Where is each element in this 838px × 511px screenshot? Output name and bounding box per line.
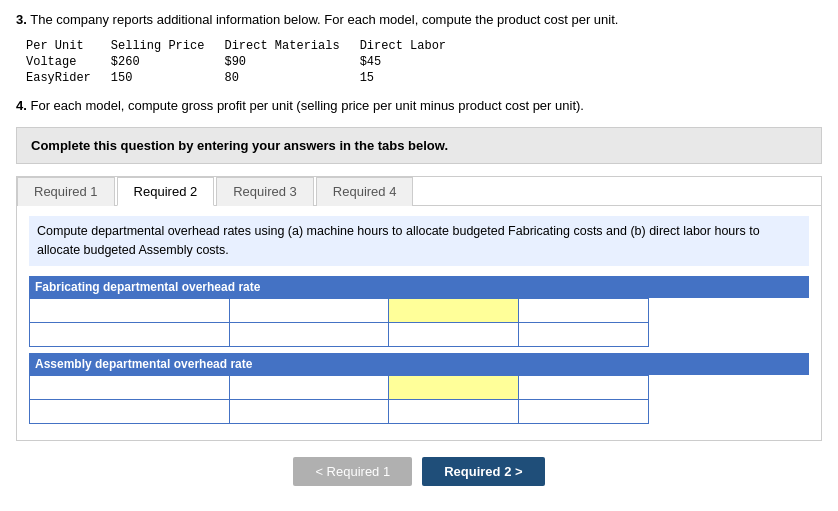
assembly-header: Assembly departmental overhead rate [29, 353, 809, 375]
asm-input-r2c1[interactable] [34, 402, 225, 421]
prev-button[interactable]: < Required 1 [293, 457, 412, 486]
assembly-table [29, 375, 649, 424]
asm-r2-c2[interactable] [229, 399, 389, 423]
fab-r1-c3[interactable] [389, 298, 519, 322]
row-easyrider-label: EasyRider [26, 70, 111, 86]
tab-required2[interactable]: Required 2 [117, 177, 215, 206]
fab-input-r1c2[interactable] [234, 301, 385, 320]
col-header-selling: Selling Price [111, 38, 225, 54]
assembly-section: Assembly departmental overhead rate [29, 353, 809, 424]
fab-r2-c2[interactable] [229, 322, 389, 346]
tab-required1[interactable]: Required 1 [17, 177, 115, 206]
nav-buttons: < Required 1 Required 2 > [16, 457, 822, 496]
question3-text: 3. The company reports additional inform… [16, 10, 822, 30]
q4-body: For each model, compute gross profit per… [30, 98, 583, 113]
asm-input-r1c2[interactable] [234, 378, 385, 397]
asm-input-r2c4[interactable] [523, 402, 644, 421]
q3-body: The company reports additional informati… [30, 12, 618, 27]
row-easyrider-selling: 150 [111, 70, 225, 86]
asm-input-r2c2[interactable] [234, 402, 385, 421]
fabricating-table [29, 298, 649, 347]
fab-input-r1c4[interactable] [523, 301, 644, 320]
col-header-labor: Direct Labor [360, 38, 466, 54]
asm-r1-c1[interactable] [30, 375, 230, 399]
row-voltage-materials: $90 [224, 54, 359, 70]
asm-r1-c2[interactable] [229, 375, 389, 399]
col-header-unit: Per Unit [26, 38, 111, 54]
asm-r2-c3[interactable] [389, 399, 519, 423]
asm-input-r1c3[interactable] [393, 378, 514, 397]
next-button[interactable]: Required 2 > [422, 457, 544, 486]
row-voltage-labor: $45 [360, 54, 466, 70]
question4-text: 4. For each model, compute gross profit … [16, 96, 822, 116]
fabricating-section: Fabricating departmental overhead rate [29, 276, 809, 347]
tab-content: Compute departmental overhead rates usin… [17, 206, 821, 440]
asm-row-1 [30, 375, 649, 399]
fab-r2-c1[interactable] [30, 322, 230, 346]
asm-input-r1c4[interactable] [523, 378, 644, 397]
asm-r2-c1[interactable] [30, 399, 230, 423]
asm-row-2 [30, 399, 649, 423]
asm-r2-c4[interactable] [519, 399, 649, 423]
asm-input-r2c3[interactable] [393, 402, 514, 421]
fab-r2-c4[interactable] [519, 322, 649, 346]
row-easyrider-labor: 15 [360, 70, 466, 86]
q3-number: 3. [16, 12, 27, 27]
asm-r1-c4[interactable] [519, 375, 649, 399]
tab-required4[interactable]: Required 4 [316, 177, 414, 206]
fab-r2-c3[interactable] [389, 322, 519, 346]
row-voltage-selling: $260 [111, 54, 225, 70]
fab-input-r2c1[interactable] [34, 325, 225, 344]
tabs-header: Required 1 Required 2 Required 3 Require… [17, 177, 821, 206]
q4-number: 4. [16, 98, 27, 113]
fab-input-r2c3[interactable] [393, 325, 514, 344]
tabs-container: Required 1 Required 2 Required 3 Require… [16, 176, 822, 441]
fabricating-header: Fabricating departmental overhead rate [29, 276, 809, 298]
fab-r1-c1[interactable] [30, 298, 230, 322]
data-table: Per Unit Selling Price Direct Materials … [26, 38, 822, 86]
instruction-text: Compute departmental overhead rates usin… [29, 216, 809, 266]
fab-row-2 [30, 322, 649, 346]
fab-r1-c4[interactable] [519, 298, 649, 322]
fab-input-r2c2[interactable] [234, 325, 385, 344]
col-header-materials: Direct Materials [224, 38, 359, 54]
tab-required3[interactable]: Required 3 [216, 177, 314, 206]
complete-box-text: Complete this question by entering your … [31, 138, 448, 153]
asm-input-r1c1[interactable] [34, 378, 225, 397]
row-easyrider-materials: 80 [224, 70, 359, 86]
row-voltage-label: Voltage [26, 54, 111, 70]
fab-input-r1c3[interactable] [393, 301, 514, 320]
complete-box: Complete this question by entering your … [16, 127, 822, 164]
asm-r1-c3[interactable] [389, 375, 519, 399]
fab-input-r2c4[interactable] [523, 325, 644, 344]
fab-r1-c2[interactable] [229, 298, 389, 322]
fab-row-1 [30, 298, 649, 322]
fab-input-r1c1[interactable] [34, 301, 225, 320]
